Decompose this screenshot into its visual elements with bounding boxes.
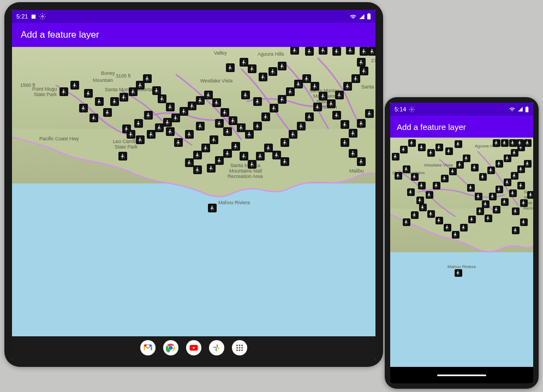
- trailhead-marker-icon[interactable]: [261, 112, 270, 121]
- trailhead-marker-icon[interactable]: [212, 98, 221, 107]
- trailhead-marker-icon[interactable]: [311, 82, 319, 91]
- trailhead-marker-icon[interactable]: [408, 139, 416, 147]
- trailhead-marker-icon[interactable]: [248, 64, 256, 73]
- trailhead-marker-icon[interactable]: [327, 99, 336, 108]
- trailhead-marker-icon[interactable]: [264, 144, 273, 152]
- trailhead-marker-icon[interactable]: [294, 80, 303, 88]
- trailhead-marker-icon[interactable]: [226, 63, 235, 72]
- trailhead-marker-icon[interactable]: [332, 111, 341, 120]
- trailhead-marker-icon[interactable]: [395, 172, 402, 180]
- map-view[interactable]: Agoura HillsWestlake VistaCircle Mountai…: [390, 138, 533, 367]
- trailhead-marker-icon[interactable]: [449, 168, 457, 175]
- trailhead-marker-icon[interactable]: [201, 144, 210, 152]
- trailhead-marker-icon[interactable]: [341, 120, 349, 129]
- trailhead-marker-icon[interactable]: [204, 91, 213, 99]
- trailhead-marker-icon[interactable]: [512, 207, 520, 215]
- trailhead-marker-icon[interactable]: [365, 109, 374, 118]
- trailhead-marker-icon[interactable]: [445, 147, 453, 155]
- trailhead-marker-icon[interactable]: [411, 173, 419, 181]
- trailhead-marker-icon[interactable]: [509, 139, 517, 147]
- trailhead-marker-icon[interactable]: [223, 127, 232, 136]
- trailhead-marker-icon[interactable]: [237, 123, 246, 132]
- trailhead-marker-icon[interactable]: [84, 89, 93, 98]
- trailhead-marker-icon[interactable]: [79, 104, 88, 112]
- trailhead-marker-icon[interactable]: [110, 97, 119, 106]
- trailhead-marker-icon[interactable]: [289, 130, 297, 139]
- trailhead-marker-icon[interactable]: [152, 86, 161, 95]
- trailhead-marker-icon[interactable]: [158, 94, 166, 103]
- trailhead-marker-icon[interactable]: [259, 73, 267, 81]
- photos-app-icon[interactable]: [209, 340, 224, 355]
- trailhead-marker-icon[interactable]: [248, 160, 256, 169]
- trailhead-marker-icon[interactable]: [482, 200, 490, 208]
- trailhead-marker-icon[interactable]: [517, 182, 525, 189]
- trailhead-marker-icon[interactable]: [349, 149, 357, 158]
- trailhead-marker-icon[interactable]: [346, 47, 355, 55]
- trailhead-marker-icon[interactable]: [70, 81, 79, 90]
- trailhead-marker-icon[interactable]: [360, 47, 368, 56]
- trailhead-marker-icon[interactable]: [489, 193, 497, 200]
- trailhead-marker-icon[interactable]: [231, 142, 240, 151]
- trailhead-marker-icon[interactable]: [357, 157, 366, 166]
- trailhead-marker-icon[interactable]: [305, 112, 314, 121]
- trailhead-marker-icon[interactable]: [496, 186, 503, 193]
- trailhead-marker-icon[interactable]: [427, 210, 435, 218]
- trailhead-marker-icon[interactable]: [208, 204, 217, 212]
- trailhead-marker-icon[interactable]: [240, 152, 248, 161]
- trailhead-marker-icon[interactable]: [403, 165, 410, 173]
- trailhead-marker-icon[interactable]: [229, 116, 237, 125]
- trailhead-marker-icon[interactable]: [196, 122, 205, 130]
- trailhead-marker-icon[interactable]: [193, 151, 202, 159]
- trailhead-marker-icon[interactable]: [134, 119, 143, 128]
- trailhead-marker-icon[interactable]: [455, 269, 462, 277]
- trailhead-marker-icon[interactable]: [302, 74, 311, 83]
- trailhead-marker-icon[interactable]: [471, 164, 479, 171]
- trailhead-marker-icon[interactable]: [319, 47, 327, 55]
- trailhead-marker-icon[interactable]: [419, 204, 427, 211]
- trailhead-marker-icon[interactable]: [223, 149, 232, 158]
- trailhead-marker-icon[interactable]: [103, 108, 112, 117]
- trailhead-marker-icon[interactable]: [504, 179, 511, 186]
- trailhead-marker-icon[interactable]: [220, 108, 229, 117]
- trailhead-marker-icon[interactable]: [455, 140, 462, 148]
- trailhead-marker-icon[interactable]: [524, 139, 532, 147]
- trailhead-marker-icon[interactable]: [479, 173, 487, 181]
- trailhead-marker-icon[interactable]: [127, 130, 135, 139]
- trailhead-marker-icon[interactable]: [136, 135, 145, 144]
- trailhead-marker-icon[interactable]: [270, 104, 278, 112]
- youtube-app-icon[interactable]: [186, 340, 201, 355]
- trailhead-marker-icon[interactable]: [504, 155, 511, 162]
- trailhead-marker-icon[interactable]: [501, 139, 509, 147]
- trailhead-marker-icon[interactable]: [527, 191, 533, 199]
- trailhead-marker-icon[interactable]: [485, 215, 492, 222]
- trailhead-marker-icon[interactable]: [418, 144, 426, 151]
- trailhead-marker-icon[interactable]: [155, 123, 164, 132]
- trailhead-marker-icon[interactable]: [493, 139, 500, 147]
- trailhead-marker-icon[interactable]: [416, 197, 424, 204]
- trailhead-marker-icon[interactable]: [460, 224, 468, 231]
- chrome-app-icon[interactable]: [163, 340, 178, 355]
- trailhead-marker-icon[interactable]: [253, 122, 262, 130]
- trailhead-marker-icon[interactable]: [357, 119, 366, 128]
- trailhead-marker-icon[interactable]: [476, 207, 484, 215]
- trailhead-marker-icon[interactable]: [400, 146, 408, 153]
- trailhead-marker-icon[interactable]: [185, 158, 194, 167]
- trailhead-marker-icon[interactable]: [463, 155, 470, 162]
- trailhead-marker-icon[interactable]: [516, 139, 524, 147]
- trailhead-marker-icon[interactable]: [210, 135, 218, 144]
- trailhead-marker-icon[interactable]: [319, 92, 327, 100]
- trailhead-marker-icon[interactable]: [468, 216, 476, 223]
- home-gesture-bar[interactable]: [437, 375, 486, 376]
- trailhead-marker-icon[interactable]: [313, 103, 322, 111]
- trailhead-marker-icon[interactable]: [120, 93, 128, 102]
- trailhead-marker-icon[interactable]: [290, 47, 299, 55]
- trailhead-marker-icon[interactable]: [272, 151, 281, 159]
- trailhead-marker-icon[interactable]: [520, 218, 528, 226]
- trailhead-marker-icon[interactable]: [174, 138, 183, 147]
- all-apps-icon[interactable]: [232, 340, 247, 355]
- trailhead-marker-icon[interactable]: [456, 161, 464, 169]
- trailhead-marker-icon[interactable]: [240, 58, 248, 67]
- trailhead-marker-icon[interactable]: [435, 144, 443, 151]
- trailhead-marker-icon[interactable]: [403, 218, 410, 226]
- trailhead-marker-icon[interactable]: [335, 91, 344, 99]
